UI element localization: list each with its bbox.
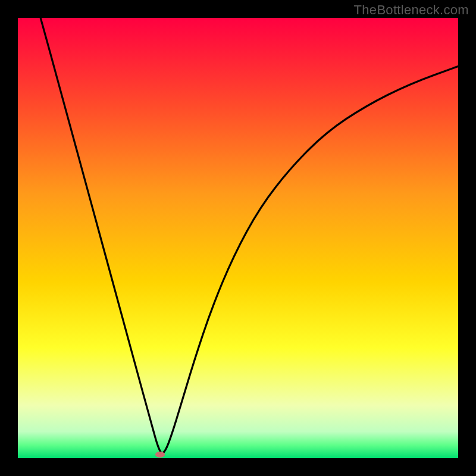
bottleneck-chart: [0, 0, 476, 476]
watermark-text: TheBottleneck.com: [354, 2, 469, 18]
plot-area: [18, 18, 458, 458]
optimum-marker: [155, 452, 165, 458]
chart-container: TheBottleneck.com: [0, 0, 476, 476]
